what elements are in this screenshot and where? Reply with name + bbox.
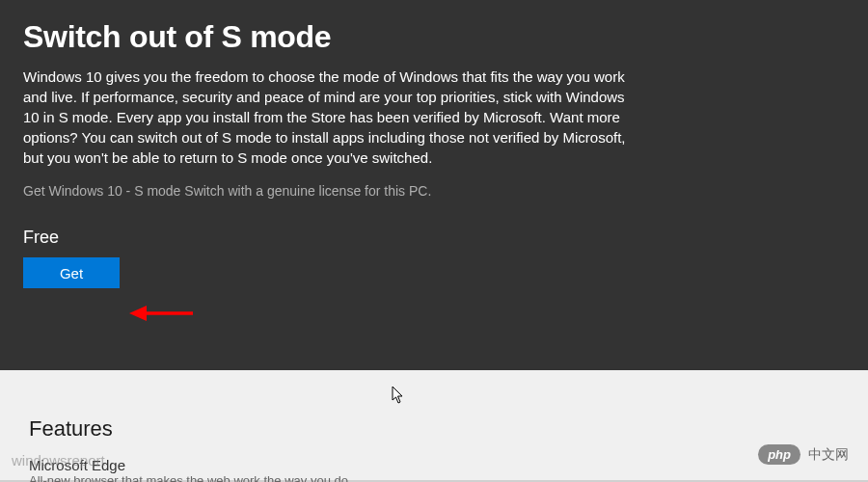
price-label: Free: [23, 228, 845, 248]
php-badge-icon: php: [758, 444, 800, 465]
watermark-text: 中文网: [808, 446, 849, 464]
watermark-left: windowsreport: [12, 452, 105, 469]
features-heading: Features: [29, 416, 839, 442]
page-title: Switch out of S mode: [23, 19, 845, 55]
license-note: Get Windows 10 - S mode Switch with a ge…: [23, 183, 845, 199]
product-description: Windows 10 gives you the freedom to choo…: [23, 67, 640, 168]
watermark-right: php 中文网: [758, 444, 849, 465]
features-section: Features Microsoft Edge All-new browser …: [0, 370, 868, 482]
store-detail-panel: Switch out of S mode Windows 10 gives yo…: [0, 0, 868, 370]
get-button[interactable]: Get: [23, 257, 120, 288]
feature-description: All-new browser that makes the web work …: [29, 473, 352, 482]
